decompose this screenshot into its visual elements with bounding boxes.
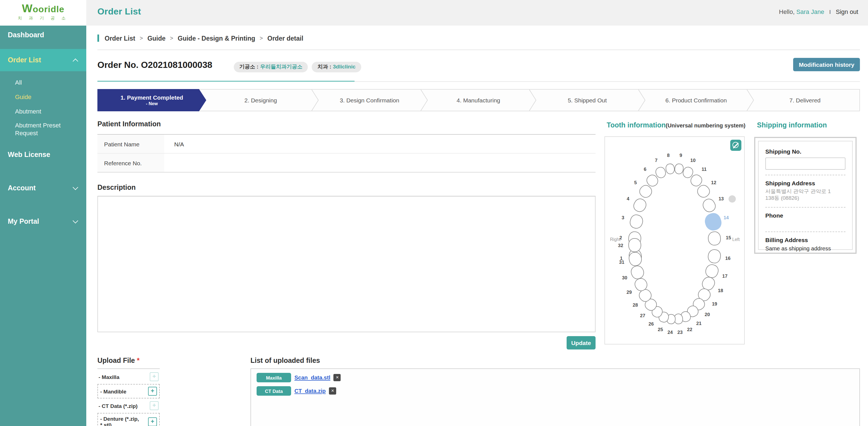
sidebar-spacer [0, 71, 86, 76]
tooth-number-7: 7 [655, 157, 657, 163]
tooth-4[interactable] [631, 197, 649, 214]
sidebar-item-label: Abutment Preset Request [15, 122, 61, 136]
upload-slots: - Maxilla+- Mandible+- CT Data (*.zip)+-… [97, 368, 160, 426]
badge-value: 3dliclinic [333, 63, 355, 69]
tooth-number-13: 13 [718, 196, 724, 202]
shipping-no-input[interactable] [765, 157, 845, 170]
breadcrumb-accent-bar [97, 34, 99, 42]
tooth-number-30: 30 [622, 275, 627, 280]
progress-step-2[interactable]: 2. Designing [206, 90, 315, 111]
tooth-number-6: 6 [644, 166, 646, 172]
tooth-number-18: 18 [718, 288, 723, 293]
main-content: Order List>Guide>Guide - Design & Printi… [86, 26, 868, 426]
divider [97, 368, 160, 369]
tooth-number-22: 22 [687, 326, 692, 332]
badge-label: 치과 : [317, 63, 332, 69]
tooth-number-21: 21 [696, 321, 702, 326]
uploaded-files-box: MaxillaScan_data.stl×CT DataCT_data.zip× [250, 368, 860, 426]
sidebar-item-guide[interactable]: Guide [0, 90, 86, 104]
file-type-badge: CT Data [256, 386, 291, 396]
tooth-number-23: 23 [677, 330, 683, 335]
sidebar-item-web-license[interactable]: Web License [0, 145, 86, 164]
tooth-number-4: 4 [627, 196, 629, 202]
breadcrumb: Order List>Guide>Guide - Design & Printi… [97, 34, 303, 42]
step-sublabel: - New [146, 101, 158, 106]
shipping-address-label: Shipping Address [765, 180, 845, 186]
file-link[interactable]: Scan_data.stl [294, 374, 330, 381]
progress-step-5[interactable]: 5. Shipped Out [533, 90, 642, 111]
tooth-number-24: 24 [668, 330, 673, 335]
progress-step-6[interactable]: 6. Product Confirmation [642, 90, 750, 111]
order-number: Order No. O2021081000038 [97, 60, 212, 70]
tooth-number-3: 3 [622, 215, 624, 220]
user-area: Hello, Sara Jane I Sign out [779, 8, 858, 15]
sidebar-item-account[interactable]: Account [0, 179, 86, 197]
progress-step-7[interactable]: 7. Delivered [750, 90, 859, 111]
topbar: Order List Hello, Sara Jane I Sign out [86, 0, 868, 26]
tooth-14[interactable] [703, 211, 723, 232]
sidebar-nav: DashboardOrder ListAllGuideAbutmentAbutm… [0, 26, 86, 426]
breadcrumb-item[interactable]: Guide [148, 35, 165, 41]
tooth-number-20: 20 [705, 312, 710, 317]
upload-slot-label: - CT Data (*.zip) [98, 403, 137, 409]
sign-out-link[interactable]: Sign out [836, 8, 858, 15]
add-file-icon[interactable]: + [148, 387, 157, 396]
step-label: 4. Manufacturing [457, 97, 500, 103]
sidebar-item-label: Order List [8, 56, 41, 64]
breadcrumb-item[interactable]: Guide - Design & Printing [178, 35, 255, 41]
sidebar-item-my-portal[interactable]: My Portal [0, 212, 86, 231]
tooth-32[interactable] [628, 238, 641, 252]
step-separator [420, 90, 428, 111]
row-value: N/A [164, 141, 184, 147]
delete-file-icon[interactable]: × [329, 387, 336, 395]
sidebar-item-dashboard[interactable]: Dashboard [0, 26, 86, 44]
breadcrumb-item[interactable]: Order List [105, 35, 135, 41]
order-badges: 기공소 :우리들치과기공소치과 :3dliclinic [234, 62, 361, 72]
step-separator [638, 90, 646, 111]
sidebar-item-label: Web License [8, 151, 50, 159]
table-row: Reference No. [97, 154, 595, 172]
divider [97, 50, 860, 50]
breadcrumb-item[interactable]: Order detail [268, 35, 303, 41]
tooth-number-27: 27 [640, 313, 645, 318]
order-progress-steps: 1. Payment Completed- New2. Designing3. … [97, 89, 860, 111]
tooth-info-title: Tooth information(Universal numbering sy… [607, 121, 746, 129]
progress-step-1[interactable]: 1. Payment Completed- New [97, 89, 206, 111]
divider [765, 231, 845, 232]
table-row: Patient NameN/A [97, 135, 595, 154]
tooth-16[interactable] [707, 248, 721, 264]
progress-step-3[interactable]: 3. Design Confirmation [315, 90, 424, 111]
right-side-label: Right [610, 237, 620, 242]
upload-slot: - Denture (*.zip, *.stl)+ [97, 413, 160, 426]
file-link[interactable]: CT_data.zip [294, 388, 326, 394]
sidebar-item-abutment-preset-request[interactable]: Abutment Preset Request [0, 119, 86, 141]
required-mark: * [137, 357, 140, 365]
tooth-3[interactable] [628, 213, 644, 230]
tooth-8[interactable] [665, 163, 675, 174]
progress-step-4[interactable]: 4. Manufacturing [424, 90, 533, 111]
uploaded-file-row: CT DataCT_data.zip× [256, 386, 854, 396]
modification-history-button[interactable]: Modification history [794, 58, 860, 71]
patient-info-table: Patient NameN/AReference No. [97, 134, 595, 173]
delete-file-icon[interactable]: × [334, 374, 341, 381]
sidebar-item-label: Guide [15, 93, 31, 100]
tooth-15[interactable] [708, 231, 721, 246]
shipping-address-value: 서울특별시 관악구 관악로 1 138동 (08826) [765, 188, 845, 202]
tooth-number-9: 9 [680, 152, 682, 158]
tooth-13[interactable] [701, 197, 718, 214]
row-label: Reference No. [97, 154, 164, 172]
patient-info-title: Patient Information [97, 120, 161, 128]
step-label: 6. Product Confirmation [665, 97, 727, 103]
sidebar-item-all[interactable]: All [0, 76, 86, 90]
deselect-all-icon[interactable] [730, 140, 741, 151]
sidebar-item-abutment[interactable]: Abutment [0, 104, 86, 119]
step-separator [747, 90, 754, 111]
tooth-number-26: 26 [648, 321, 654, 327]
add-file-icon[interactable]: + [148, 417, 157, 426]
description-textarea[interactable] [97, 196, 595, 332]
tooth-number-8: 8 [667, 152, 670, 158]
update-button[interactable]: Update [567, 336, 595, 349]
sidebar-item-order-list[interactable]: Order List [0, 49, 86, 71]
breadcrumb-separator: > [170, 35, 174, 41]
shipping-no-label: Shipping No. [765, 148, 845, 155]
